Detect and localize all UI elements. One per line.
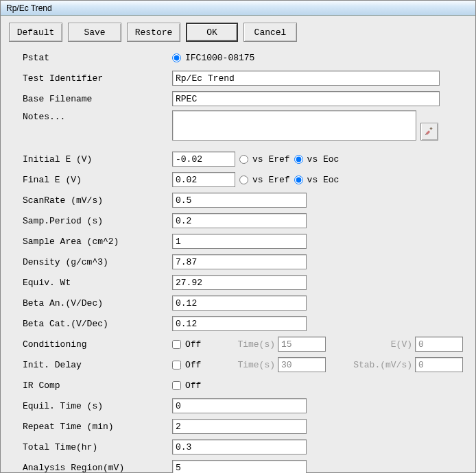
svg-rect-1 (429, 127, 432, 130)
form: Pstat IFC1000-08175 Test Identifier Base… (9, 49, 467, 473)
equiv-wt-input[interactable] (172, 275, 307, 290)
row-equil-time: Equil. Time (s) (23, 397, 467, 415)
density-input[interactable] (172, 254, 307, 269)
init-delay-time-label: Time(s) (234, 360, 275, 370)
conditioning-e-input (415, 337, 463, 352)
row-base-filename: Base Filename (23, 90, 467, 108)
row-beta-cat: Beta Cat.(V/Dec) (23, 315, 467, 332)
final-e-label: Final E (V) (23, 175, 172, 185)
row-ir-comp: IR Comp Off (23, 376, 467, 394)
row-scanrate: ScanRate (mV/s) (23, 191, 467, 209)
initial-e-input[interactable] (172, 151, 235, 167)
conditioning-checkbox[interactable] (172, 340, 181, 349)
conditioning-time-set: Time(s) (234, 337, 326, 352)
equiv-wt-label: Equiv. Wt (23, 278, 172, 288)
repeat-time-input[interactable] (172, 419, 307, 434)
init-delay-time-set: Time(s) (234, 357, 326, 372)
test-identifier-label: Test Identifier (23, 73, 172, 84)
samp-period-input[interactable] (172, 213, 307, 228)
equil-time-input[interactable] (172, 398, 307, 413)
initial-e-eoc-radio[interactable] (294, 155, 303, 164)
base-filename-label: Base Filename (23, 94, 172, 104)
initial-e-vs-eoc[interactable]: vs Eoc (294, 154, 340, 165)
final-e-eref-radio[interactable] (239, 175, 248, 184)
final-e-input[interactable] (172, 172, 235, 187)
dialog-window: Rp/Ec Trend Default Save Restore OK Canc… (0, 0, 476, 473)
conditioning-time-label: Time(s) (234, 339, 275, 350)
final-e-vs-eref[interactable]: vs Eref (239, 175, 290, 185)
scanrate-label: ScanRate (mV/s) (23, 195, 172, 206)
initial-e-eref-radio[interactable] (239, 155, 248, 164)
init-delay-check[interactable]: Off (172, 360, 220, 370)
ir-comp-checkbox[interactable] (172, 381, 181, 390)
init-delay-check-label: Off (185, 360, 201, 370)
row-sample-area: Sample Area (cm^2) (23, 232, 467, 250)
sample-area-label: Sample Area (cm^2) (23, 236, 172, 247)
row-equiv-wt: Equiv. Wt (23, 274, 467, 291)
row-repeat-time: Repeat Time (min) (23, 417, 467, 435)
notes-edit-button[interactable] (420, 123, 438, 141)
sample-area-input[interactable] (172, 234, 307, 249)
beta-an-input[interactable] (172, 295, 307, 311)
save-button[interactable]: Save (68, 23, 121, 42)
init-delay-label: Init. Delay (23, 360, 172, 370)
final-e-vs-eoc[interactable]: vs Eoc (294, 175, 340, 185)
row-samp-period: Samp.Period (s) (23, 212, 467, 230)
initial-e-label: Initial E (V) (23, 154, 172, 165)
ir-comp-check-label: Off (185, 380, 201, 391)
cancel-button[interactable]: Cancel (243, 23, 297, 42)
init-delay-stab-set: Stab.(mV/s) (349, 357, 463, 372)
initial-e-eoc-label: vs Eoc (307, 154, 340, 165)
final-e-eoc-radio[interactable] (294, 175, 303, 184)
content-area: Default Save Restore OK Cancel Pstat IFC… (1, 16, 475, 473)
total-time-input[interactable] (172, 439, 307, 454)
equil-time-label: Equil. Time (s) (23, 401, 172, 411)
test-identifier-input[interactable] (172, 71, 440, 86)
pstat-field: IFC1000-08175 (172, 53, 467, 63)
default-button[interactable]: Default (9, 23, 62, 42)
samp-period-label: Samp.Period (s) (23, 216, 172, 226)
total-time-label: Total Time(hr) (23, 442, 172, 452)
init-delay-stab-input (415, 357, 463, 372)
analysis-region-input[interactable] (172, 460, 307, 473)
initial-e-vs-eref[interactable]: vs Eref (239, 154, 290, 165)
ok-button[interactable]: OK (186, 23, 238, 42)
pstat-radio[interactable] (172, 53, 181, 62)
conditioning-e-set: E(V) (385, 337, 463, 352)
row-density: Density (g/cm^3) (23, 253, 467, 271)
titlebar: Rp/Ec Trend (1, 1, 475, 16)
row-total-time: Total Time(hr) (23, 438, 467, 456)
row-notes: Notes... (23, 110, 467, 143)
edit-icon (425, 126, 434, 138)
restore-button[interactable]: Restore (127, 23, 180, 42)
final-e-eref-label: vs Eref (252, 175, 290, 185)
notes-input[interactable] (172, 110, 416, 141)
conditioning-time-input (278, 337, 326, 352)
beta-cat-input[interactable] (172, 316, 307, 331)
density-label: Density (g/cm^3) (23, 257, 172, 267)
init-delay-checkbox[interactable] (172, 361, 181, 369)
final-e-eoc-label: vs Eoc (307, 175, 340, 185)
row-beta-an: Beta An.(V/Dec) (23, 294, 467, 312)
init-delay-time-input (278, 357, 326, 372)
row-pstat: Pstat IFC1000-08175 (23, 49, 467, 66)
pstat-radio-option[interactable]: IFC1000-08175 (172, 53, 254, 63)
toolbar: Default Save Restore OK Cancel (9, 23, 467, 42)
ir-comp-label: IR Comp (23, 380, 172, 391)
conditioning-e-label: E(V) (385, 339, 412, 350)
svg-rect-0 (426, 130, 430, 134)
window-title: Rp/Ec Trend (6, 3, 52, 13)
row-final-e: Final E (V) vs Eref vs Eoc (23, 171, 467, 189)
scanrate-input[interactable] (172, 193, 307, 208)
row-init-delay: Init. Delay Off Time(s) Stab.(mV/s) (23, 356, 467, 374)
row-test-identifier: Test Identifier (23, 69, 467, 87)
repeat-time-label: Repeat Time (min) (23, 422, 172, 432)
pstat-option-label: IFC1000-08175 (185, 53, 254, 63)
base-filename-input[interactable] (172, 91, 440, 106)
beta-cat-label: Beta Cat.(V/Dec) (23, 319, 172, 329)
pstat-label: Pstat (23, 53, 172, 63)
conditioning-check[interactable]: Off (172, 339, 220, 350)
ir-comp-check[interactable]: Off (172, 380, 201, 391)
analysis-region-label: Analysis Region(mV) (23, 463, 172, 473)
notes-label: Notes... (23, 110, 172, 122)
